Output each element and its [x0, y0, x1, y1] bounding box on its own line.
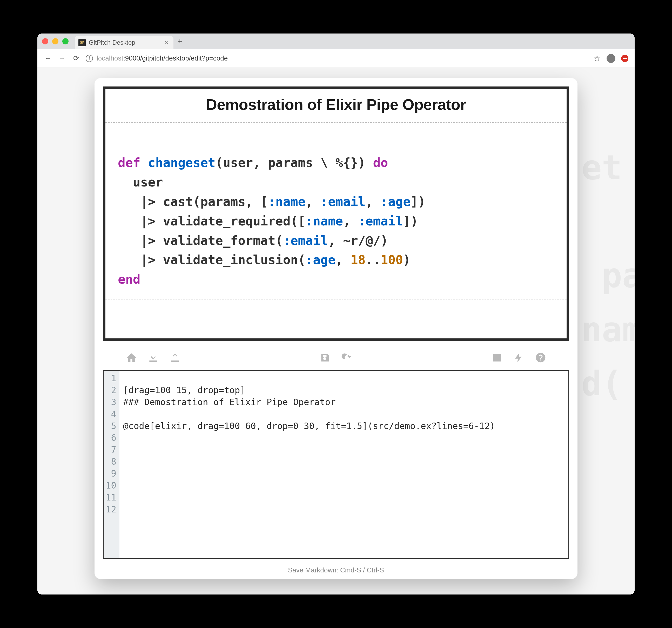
download-icon[interactable] [147, 352, 159, 363]
slide-code-block: def changeset(user, params \ %{}) do use… [105, 145, 567, 299]
editor-code-area[interactable]: [drag=100 15, drop=top] ### Demostration… [119, 371, 499, 558]
image-icon[interactable] [491, 352, 503, 363]
tab-favicon: GP [78, 39, 86, 46]
markdown-editor[interactable]: 1 2 3 4 5 6 7 8 9 10 11 12 [drag=100 15,… [103, 370, 569, 559]
url-port: :9000 [123, 54, 140, 62]
slide-title-zone: Demostration of Elixir Pipe Operator [105, 89, 567, 123]
code-token: ) [403, 252, 410, 267]
code-token: .. [366, 252, 381, 267]
code-token: , [305, 194, 320, 209]
code-token: changeset [141, 155, 216, 170]
code-token: 18 [351, 252, 366, 267]
code-token: 100 [380, 252, 403, 267]
window-titlebar: GP GitPitch Desktop × + [38, 33, 634, 49]
code-token: :email [358, 214, 403, 228]
save-icon[interactable] [319, 352, 331, 363]
code-token: end [118, 272, 141, 286]
back-button[interactable]: ← [44, 54, 52, 62]
code-token: :email [320, 194, 365, 209]
code-token: , ~r/@/) [328, 233, 388, 248]
code-token: |> validate_inclusion( [118, 252, 305, 267]
code-token: ]) [410, 194, 426, 209]
toolbar-group-right [491, 352, 546, 363]
page-content: et pa nam d( Demostration of Elixir Pipe… [38, 68, 634, 595]
background-ghost-code: et pa nam d( [581, 140, 634, 411]
extension-icon[interactable] [621, 55, 628, 62]
editor-card: Demostration of Elixir Pipe Operator def… [95, 78, 577, 579]
code-token: :name [305, 214, 343, 228]
code-token: (user, params \ %{}) [216, 155, 373, 170]
profile-avatar-icon[interactable] [606, 54, 616, 63]
new-tab-button[interactable]: + [177, 37, 182, 46]
editor-toolbar [95, 349, 577, 369]
traffic-lights [42, 38, 69, 44]
code-token: ]) [403, 214, 418, 228]
close-window-button[interactable] [42, 38, 48, 44]
code-token: |> validate_format( [118, 233, 283, 248]
help-icon[interactable] [535, 352, 546, 363]
url-field[interactable]: i localhost:9000/gitpitch/desktop/edit?p… [86, 54, 588, 62]
code-token: do [373, 155, 388, 170]
code-token: :age [380, 194, 410, 209]
code-token: |> cast(params, [ [118, 194, 268, 209]
tab-title: GitPitch Desktop [89, 39, 135, 46]
slide-title: Demostration of Elixir Pipe Operator [111, 96, 561, 114]
refresh-icon[interactable] [341, 352, 353, 363]
browser-tab[interactable]: GP GitPitch Desktop × [75, 36, 173, 49]
slide-preview: Demostration of Elixir Pipe Operator def… [103, 87, 569, 341]
code-token: |> validate_required([ [118, 214, 305, 228]
forward-button[interactable]: → [58, 54, 67, 62]
code-token: user [118, 175, 163, 189]
code-token: :name [268, 194, 306, 209]
url-path: /gitpitch/desktop/edit?p=code [140, 54, 228, 62]
code-token: :age [305, 252, 335, 267]
site-info-icon[interactable]: i [86, 55, 93, 62]
code-token: :email [283, 233, 328, 248]
close-tab-icon[interactable]: × [164, 39, 168, 46]
url-bar: ← → ⟳ i localhost:9000/gitpitch/desktop/… [38, 49, 634, 68]
status-bar: Save Markdown: Cmd-S / Ctrl-S [95, 564, 577, 579]
bookmark-star-icon[interactable]: ☆ [593, 53, 601, 63]
home-icon[interactable] [126, 352, 137, 363]
bolt-icon[interactable] [513, 352, 525, 363]
reload-button[interactable]: ⟳ [72, 54, 80, 62]
toolbar-group-left [126, 352, 181, 363]
url-host: localhost [97, 54, 123, 62]
toolbar-group-center [319, 352, 353, 363]
code-token: , [335, 252, 351, 267]
line-number-gutter: 1 2 3 4 5 6 7 8 9 10 11 12 [103, 371, 119, 558]
maximize-window-button[interactable] [62, 38, 69, 44]
code-token: , [366, 194, 381, 209]
code-token: , [343, 214, 358, 228]
minimize-window-button[interactable] [52, 38, 58, 44]
upload-icon[interactable] [169, 352, 181, 363]
code-token: def [118, 155, 141, 170]
browser-window: GP GitPitch Desktop × + ← → ⟳ i localhos… [38, 33, 634, 595]
